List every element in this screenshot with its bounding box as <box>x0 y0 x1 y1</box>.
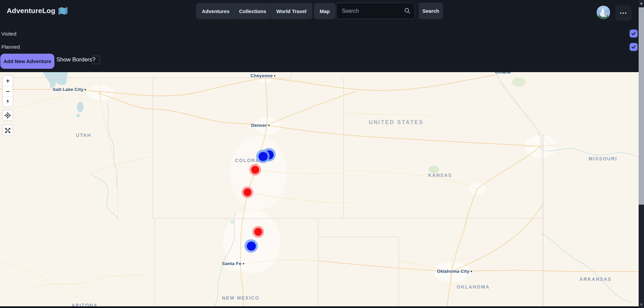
adventure-marker-red[interactable] <box>242 187 254 198</box>
avatar-mountain-image <box>597 6 610 19</box>
search-button[interactable]: Search <box>419 3 443 19</box>
city-label: Omaha <box>495 72 511 74</box>
fullscreen-button[interactable] <box>3 125 13 136</box>
map-lakes <box>43 72 84 117</box>
city-label: Santa Fe <box>222 261 244 266</box>
show-borders-label: Show Borders? <box>56 56 95 63</box>
scrollbar-down-arrow-icon[interactable] <box>640 304 643 306</box>
zoom-out-button[interactable]: − <box>3 86 13 96</box>
search-input[interactable] <box>336 3 415 19</box>
fullscreen-control <box>3 125 13 136</box>
scrollbar-up-arrow-icon[interactable] <box>640 2 643 4</box>
visited-checkbox[interactable] <box>630 30 638 38</box>
visited-filter-label: Visited <box>1 31 16 37</box>
state-label: MISSOURI <box>589 156 617 161</box>
nav-world-travel[interactable]: World Travel <box>271 3 312 19</box>
state-label: NEW MEXICO <box>222 295 260 301</box>
compass-icon: ▲▼ <box>3 99 13 104</box>
state-label: OKLAHOMA <box>457 284 490 290</box>
scrollbar-thumb[interactable] <box>639 7 644 205</box>
map-canvas[interactable]: UTAHCOLORADOUNITED STATESKANSASMISSOURIO… <box>0 72 639 306</box>
add-new-adventure-button[interactable]: Add New Adventure <box>0 54 54 69</box>
bottom-bar <box>0 306 639 308</box>
city-dot-icon <box>85 89 86 90</box>
ellipsis-icon: ••• <box>620 10 627 16</box>
adventurelog-app: { "topbar": { "logo": "AdventureLog", "n… <box>0 0 644 308</box>
state-label: ARKANSAS <box>580 276 611 282</box>
adventure-marker-red[interactable] <box>249 164 261 176</box>
app-logo[interactable]: AdventureLog <box>7 7 67 15</box>
adventure-marker-blue[interactable] <box>244 239 258 253</box>
city-dot-icon <box>243 263 244 264</box>
marker-core <box>244 189 251 196</box>
overflow-menu-button[interactable]: ••• <box>615 5 632 21</box>
nav-adventures[interactable]: Adventures <box>196 3 235 19</box>
marker-core <box>247 242 256 251</box>
zoom-in-button[interactable]: + <box>3 75 13 86</box>
compass-reset-bearing-button[interactable]: ▲▼ <box>3 96 13 107</box>
fullscreen-icon <box>4 127 11 134</box>
marker-core <box>259 152 268 161</box>
city-label: Cheyenne <box>250 73 275 78</box>
state-label: UTAH <box>76 133 91 138</box>
planned-checkbox[interactable] <box>630 43 638 51</box>
city-dot-icon <box>274 75 275 76</box>
city-dot-icon <box>471 271 472 272</box>
check-icon <box>631 44 636 50</box>
city-label: Salt Lake City <box>53 87 86 92</box>
geolocate-control <box>3 110 13 120</box>
marker-core <box>251 166 259 174</box>
state-label: ARIZONA <box>72 303 98 306</box>
marker-core <box>255 228 262 236</box>
map-urban-areas <box>87 73 557 282</box>
avatar[interactable] <box>597 6 610 19</box>
show-borders-checkbox[interactable] <box>92 56 100 64</box>
geolocate-button[interactable] <box>3 110 13 120</box>
city-label: Oklahoma City <box>437 269 472 274</box>
city-dot-icon <box>268 125 270 126</box>
planned-filter-label: Planned <box>1 44 20 50</box>
geolocate-icon <box>4 112 11 119</box>
world-map-icon <box>58 7 67 15</box>
nav-map[interactable]: Map <box>314 3 335 19</box>
map-zoom-control: + − ▲▼ <box>3 75 13 107</box>
check-icon <box>631 31 636 36</box>
app-logo-text: AdventureLog <box>7 7 55 15</box>
map-base-layer <box>0 72 639 306</box>
adventure-marker-red[interactable] <box>252 226 264 238</box>
state-label: UNITED STATES <box>369 119 424 125</box>
adventure-marker-blue[interactable] <box>256 150 270 163</box>
city-label: Denver <box>251 123 270 128</box>
page-scrollbar[interactable] <box>639 0 644 308</box>
nav-collections[interactable]: Collections <box>233 3 272 19</box>
state-label: KANSAS <box>428 172 452 178</box>
